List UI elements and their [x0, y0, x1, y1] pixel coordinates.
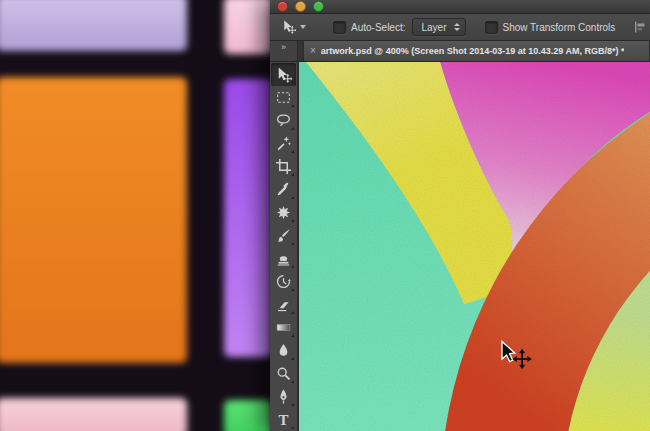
screenshot-root: { "titlebar": { "traffic_lights": ["clos… [0, 0, 650, 431]
options-bar: Auto-Select: Layer Show Transform Contro… [270, 14, 650, 41]
show-transform-checkbox[interactable] [485, 21, 498, 34]
tools-panel: T [270, 62, 299, 431]
bg-violet-square [224, 79, 272, 357]
film-grain [299, 62, 650, 431]
tab-close-icon[interactable]: × [310, 46, 316, 56]
spot-healing-brush-tool[interactable] [271, 201, 296, 224]
zoom-button[interactable] [313, 1, 324, 12]
tab-bar: » × artwork.psd @ 400% (Screen Shot 2014… [270, 41, 650, 62]
move-tool[interactable] [271, 63, 296, 86]
layer-dropdown-value: Layer [421, 22, 446, 33]
crop-tool[interactable] [271, 155, 296, 178]
bg-orange-square [0, 77, 187, 363]
magic-wand-tool[interactable] [271, 132, 296, 155]
tab-title: artwork.psd @ 400% (Screen Shot 2014-03-… [321, 46, 625, 56]
eyedropper-tool[interactable] [271, 178, 296, 201]
auto-select-label: Auto-Select: [351, 22, 405, 33]
current-tool-badge[interactable] [281, 19, 306, 36]
gradient-tool[interactable] [271, 316, 296, 339]
bg-rose-square [0, 398, 187, 431]
toolbar-collapse-button[interactable]: » [270, 41, 298, 61]
bg-green-square [224, 400, 272, 431]
workspace: T [270, 62, 650, 431]
align-buttons [633, 20, 650, 34]
align-left-edges-icon[interactable] [633, 20, 647, 34]
layer-dropdown[interactable]: Layer [412, 18, 465, 36]
bg-lavender-square [0, 0, 187, 51]
move-tool-icon [281, 19, 296, 36]
svg-text:T: T [279, 412, 289, 428]
blur-tool[interactable] [271, 339, 296, 362]
stepper-icon [454, 23, 460, 31]
chevron-down-icon [300, 25, 306, 29]
history-brush-tool[interactable] [271, 270, 296, 293]
minimize-button[interactable] [295, 1, 306, 12]
type-tool[interactable]: T [271, 408, 296, 431]
rectangular-marquee-tool[interactable] [271, 86, 296, 109]
bg-pink-square [224, 0, 272, 54]
close-button[interactable] [277, 1, 288, 12]
clone-stamp-tool[interactable] [271, 247, 296, 270]
lasso-tool[interactable] [271, 109, 296, 132]
artwork-image [299, 62, 650, 431]
titlebar [270, 0, 650, 14]
pen-tool[interactable] [271, 385, 296, 408]
brush-tool[interactable] [271, 224, 296, 247]
auto-select-checkbox[interactable] [333, 21, 346, 34]
photoshop-window: Auto-Select: Layer Show Transform Contro… [270, 0, 650, 431]
dodge-tool[interactable] [271, 362, 296, 385]
document-tab[interactable]: × artwork.psd @ 400% (Screen Shot 2014-0… [303, 41, 650, 61]
show-transform-label: Show Transform Controls [503, 22, 616, 33]
eraser-tool[interactable] [271, 293, 296, 316]
canvas-area[interactable] [299, 62, 650, 431]
